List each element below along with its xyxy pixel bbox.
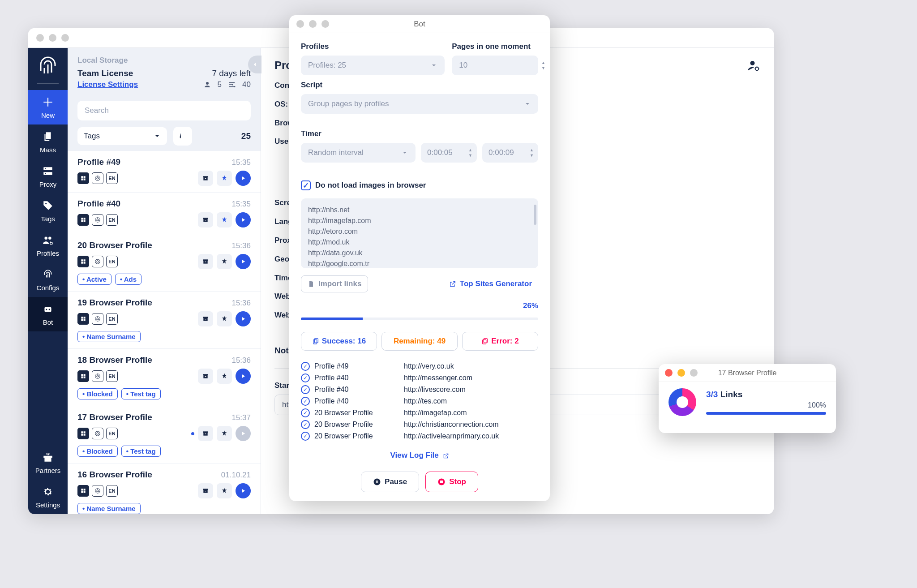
time-from: 0:00:05 xyxy=(427,148,453,157)
profile-name: Profile #49 xyxy=(77,157,120,167)
minimize-dot[interactable] xyxy=(677,369,685,377)
stepper[interactable]: ▲▼ xyxy=(468,148,472,158)
zoom-dot[interactable] xyxy=(690,369,698,377)
profile-item[interactable]: 17 Browser Profile15:37 EN BlockedTest t… xyxy=(68,406,261,464)
close-dot[interactable] xyxy=(665,369,673,377)
nav-configs[interactable]: Configs xyxy=(28,262,68,297)
tags-select[interactable]: Tags xyxy=(77,127,167,145)
import-links-button[interactable]: Import links xyxy=(301,275,368,292)
pause-button[interactable]: Pause xyxy=(361,472,419,492)
archive-button[interactable] xyxy=(198,483,213,498)
zoom-dot[interactable] xyxy=(61,34,69,42)
log-profile: 20 Browser Profile xyxy=(314,421,399,429)
profile-item[interactable]: 19 Browser Profile15:36 EN Name Surname xyxy=(68,292,261,349)
pin-button[interactable] xyxy=(217,483,232,498)
pin-button[interactable] xyxy=(217,212,232,227)
profile-list[interactable]: Profile #4915:35 EN Profile #4015:35 EN xyxy=(68,151,261,514)
timer-mode: Random interval xyxy=(308,148,364,157)
nav-bot[interactable]: Bot xyxy=(28,297,68,331)
nav-profiles[interactable]: Profiles xyxy=(28,228,68,262)
stepper[interactable]: ▲▼ xyxy=(530,148,534,158)
no-images-label: Do not load images in browser xyxy=(315,181,426,190)
days-left: 7 days left xyxy=(212,69,251,78)
license-settings-link[interactable]: License Settings xyxy=(77,80,138,89)
success-stat: Success: 16 xyxy=(301,332,377,351)
archive-button[interactable] xyxy=(198,254,213,269)
mini-count: 3/3 Links xyxy=(706,390,826,399)
profile-item[interactable]: Profile #4915:35 EN xyxy=(68,151,261,193)
no-images-checkbox-row[interactable]: ✓ Do not load images in browser xyxy=(301,180,538,190)
svg-rect-35 xyxy=(205,319,206,319)
time-to-input[interactable]: 0:00:09 ▲▼ xyxy=(482,143,538,163)
minimize-dot[interactable] xyxy=(309,20,317,28)
scrollbar-thumb[interactable] xyxy=(534,205,536,225)
external-link-icon xyxy=(443,453,449,459)
nav-new[interactable]: New xyxy=(28,90,68,124)
profile-item[interactable]: 20 Browser Profile15:36 EN ActiveAds xyxy=(68,234,261,292)
url-textarea[interactable]: http://nhs.net http://imagefap.com http:… xyxy=(301,198,538,268)
tag-chip[interactable]: Active xyxy=(77,274,111,285)
nav-tags[interactable]: Tags xyxy=(28,193,68,228)
archive-icon xyxy=(202,175,209,182)
nav-partners[interactable]: Partners xyxy=(28,445,68,480)
svg-rect-23 xyxy=(203,218,208,219)
sort-button[interactable] xyxy=(173,127,192,146)
tag-chip[interactable]: Blocked xyxy=(77,388,118,399)
play-button[interactable] xyxy=(236,483,251,498)
profile-item[interactable]: 16 Browser Profile01.10.21 EN Name Surna… xyxy=(68,464,261,514)
robot-icon xyxy=(41,302,55,316)
tag-row: Name Surname xyxy=(77,503,251,514)
profile-settings-button[interactable] xyxy=(747,59,760,72)
nav-settings[interactable]: Settings xyxy=(28,480,68,514)
log-list[interactable]: ✓Profile #49http://very.co.uk✓Profile #4… xyxy=(301,361,538,441)
svg-point-51 xyxy=(750,61,755,65)
archive-button[interactable] xyxy=(198,369,213,384)
pages-input[interactable]: 10 ▲▼ xyxy=(452,56,538,75)
svg-point-14 xyxy=(232,84,233,86)
play-button[interactable] xyxy=(236,254,251,269)
view-log-link[interactable]: View Log File xyxy=(301,451,538,460)
profile-item[interactable]: Profile #4015:35 EN xyxy=(68,193,261,234)
pin-button[interactable] xyxy=(217,254,232,269)
stop-button[interactable]: Stop xyxy=(425,472,478,492)
nav-proxy[interactable]: Proxy xyxy=(28,159,68,193)
pin-button[interactable] xyxy=(217,426,232,441)
pin-button[interactable] xyxy=(217,171,232,186)
minimize-dot[interactable] xyxy=(49,34,56,42)
tag-chip[interactable]: Test tag xyxy=(121,388,161,399)
profile-item[interactable]: 18 Browser Profile15:36 EN BlockedTest t… xyxy=(68,349,261,406)
pin-button[interactable] xyxy=(217,311,232,326)
archive-button[interactable] xyxy=(198,212,213,227)
archive-button[interactable] xyxy=(198,311,213,326)
tag-chip[interactable]: Name Surname xyxy=(77,503,141,514)
svg-point-17 xyxy=(97,177,99,179)
tag-chip[interactable]: Ads xyxy=(115,274,141,285)
close-dot[interactable] xyxy=(36,34,44,42)
svg-rect-38 xyxy=(203,374,208,375)
nav-mass[interactable]: Mass xyxy=(28,124,68,159)
search-input[interactable]: Search xyxy=(77,101,251,120)
timer-mode-select[interactable]: Random interval xyxy=(301,143,416,163)
close-dot[interactable] xyxy=(296,20,304,28)
top-sites-link[interactable]: Top Sites Generator xyxy=(443,275,538,292)
play-button[interactable] xyxy=(236,212,251,227)
stepper[interactable]: ▲▼ xyxy=(541,60,545,70)
play-button[interactable] xyxy=(236,369,251,384)
play-button[interactable] xyxy=(236,171,251,186)
tag-chip[interactable]: Test tag xyxy=(121,446,161,457)
tag-chip[interactable]: Name Surname xyxy=(77,331,141,342)
script-select[interactable]: Group pages by profiles xyxy=(301,94,538,114)
zoom-dot[interactable] xyxy=(321,20,329,28)
archive-button[interactable] xyxy=(198,426,213,441)
mini-body: 3/3 Links 100% xyxy=(659,382,836,422)
lang-badge: EN xyxy=(106,172,118,184)
profiles-select[interactable]: Profiles: 25 xyxy=(301,56,445,75)
play-button[interactable] xyxy=(236,311,251,326)
time-from-input[interactable]: 0:00:05 ▲▼ xyxy=(421,143,477,163)
tag-chip[interactable]: Blocked xyxy=(77,446,118,457)
count-done: 3 xyxy=(706,390,711,399)
pin-button[interactable] xyxy=(217,369,232,384)
chrome-icon xyxy=(92,370,103,382)
play-button[interactable] xyxy=(236,426,251,441)
archive-button[interactable] xyxy=(198,171,213,186)
